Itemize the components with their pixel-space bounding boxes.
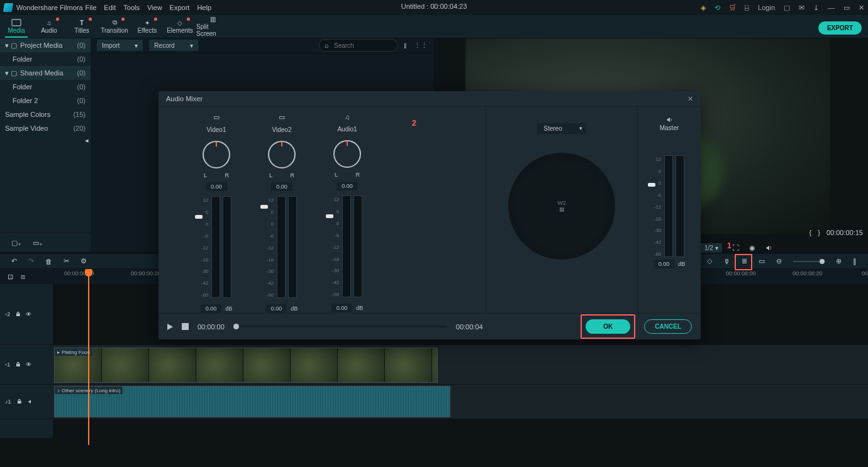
pan-knob[interactable]: [333, 140, 361, 168]
channel-video1: ▭ Video1 LR 0.00 1260-6-12-18-30-42-60 0…: [184, 113, 249, 313]
tab-transition[interactable]: ⧉Transition: [98, 15, 131, 38]
maximize-icon[interactable]: ▭: [843, 4, 850, 12]
fullscreen-icon[interactable]: ⛶: [732, 244, 739, 251]
menu-help[interactable]: Help: [197, 4, 211, 11]
app-logo: [3, 3, 13, 12]
video-icon: ▭: [279, 113, 285, 121]
lock-icon[interactable]: 🔒︎: [15, 361, 21, 368]
adjust-icon[interactable]: ⚙︎: [81, 257, 87, 265]
filter-icon[interactable]: ⫿: [404, 41, 408, 49]
playhead[interactable]: [88, 269, 89, 445]
zoom-in-icon[interactable]: ⊕: [836, 257, 842, 265]
zoom-out-icon[interactable]: ⊖: [776, 257, 782, 265]
dialog-footer: 00:00:00 00:00:04 OK CANCEL: [159, 313, 701, 339]
video-icon: ▭: [213, 113, 220, 121]
new-bin-icon[interactable]: ▭₊: [33, 239, 43, 247]
tab-effects[interactable]: ✦Effects: [131, 15, 164, 38]
mark-in-icon[interactable]: {: [810, 229, 812, 236]
svg-rect-0: [12, 19, 21, 26]
zoom-slider[interactable]: [793, 261, 825, 262]
tab-media[interactable]: Media: [0, 15, 33, 38]
menu-file[interactable]: File: [86, 4, 97, 11]
menu-export[interactable]: Export: [170, 4, 190, 11]
tab-elements[interactable]: ◇Elements: [164, 15, 196, 38]
sidebar-collapse[interactable]: ◂: [0, 135, 91, 145]
undo-icon[interactable]: ↶: [11, 257, 17, 265]
gift-icon[interactable]: ⌸: [745, 4, 749, 11]
mode-dropdown[interactable]: Stereo: [537, 123, 586, 134]
menu-tools[interactable]: Tools: [123, 4, 140, 11]
login-link[interactable]: Login: [758, 4, 775, 11]
zoom-select[interactable]: 1/2 ▾: [701, 243, 722, 253]
play-total-tc: 00:00:04: [456, 323, 483, 331]
pan-knob[interactable]: [203, 141, 230, 168]
gem-icon[interactable]: ◈: [701, 4, 706, 12]
sidebar-folder[interactable]: Folder(0): [0, 52, 91, 66]
record-vo-icon[interactable]: 🎙︎: [723, 258, 730, 265]
sidebar-sample-video[interactable]: Sample Video(20): [0, 121, 91, 135]
redo-icon[interactable]: ↷: [28, 257, 34, 265]
eye-icon[interactable]: 👁︎: [26, 311, 31, 317]
auto-ripple-icon[interactable]: ⊡: [8, 273, 13, 281]
sidebar-folder-2[interactable]: Folder 2(0): [0, 94, 91, 107]
cart-icon[interactable]: 🛒︎: [729, 4, 736, 11]
search-input[interactable]: [333, 41, 392, 50]
sidebar-project-media[interactable]: ▾ ▢ Project Media(0): [0, 38, 91, 52]
audio-mixer-icon[interactable]: ≣: [742, 257, 747, 265]
close-icon[interactable]: ✕: [859, 4, 864, 12]
dialog-title: Audio Mixer: [166, 95, 203, 102]
export-button[interactable]: EXPORT: [818, 21, 862, 35]
mute-icon[interactable]: 🔈︎: [27, 398, 33, 405]
preview-timecode: 00:00:00:15: [826, 229, 863, 236]
menu-edit[interactable]: Edit: [104, 4, 116, 11]
cancel-button[interactable]: CANCEL: [644, 319, 692, 334]
tab-titles[interactable]: TTitles: [65, 15, 98, 38]
save-icon[interactable]: ▢: [784, 4, 790, 12]
surround-field[interactable]: W2▦: [508, 153, 615, 260]
fader[interactable]: [196, 197, 203, 298]
tab-audio[interactable]: ♫Audio: [33, 15, 65, 38]
mail-icon[interactable]: ✉︎: [799, 4, 804, 12]
dialog-titlebar: Audio Mixer ✕: [159, 91, 701, 107]
fader[interactable]: [327, 197, 333, 297]
render-icon[interactable]: ▭: [759, 257, 765, 265]
master-fader[interactable]: [649, 157, 655, 257]
cut-icon[interactable]: ✂︎: [64, 257, 69, 265]
search-icon: ⌕: [325, 41, 329, 49]
pan-value[interactable]: 0.00: [206, 182, 227, 191]
eye-icon[interactable]: 👁︎: [26, 361, 31, 368]
sidebar-bottom: ▢₊ ▭₊: [0, 233, 91, 252]
record-dropdown[interactable]: Record▾: [149, 40, 198, 51]
minimize-icon[interactable]: —: [828, 4, 835, 11]
titlebar-right: ◈ ⟲ 🛒︎ ⌸ Login ▢ ✉︎ ⤓ — ▭ ✕: [701, 4, 864, 12]
delete-icon[interactable]: 🗑︎: [45, 258, 52, 265]
lock-icon[interactable]: 🔒︎: [15, 311, 21, 317]
fader[interactable]: [262, 197, 268, 298]
pan-knob[interactable]: [268, 141, 296, 168]
tab-split[interactable]: ▥Split Screen: [196, 15, 229, 38]
lock-icon[interactable]: 🔒︎: [16, 398, 22, 405]
video-clip[interactable]: ▸ Plating Food: [54, 348, 438, 383]
sidebar-sample-colors[interactable]: Sample Colors(15): [0, 107, 91, 121]
snap-icon[interactable]: ⧈: [21, 273, 25, 281]
import-dropdown[interactable]: Import▾: [97, 40, 143, 51]
sidebar-folder-1[interactable]: Folder(0): [0, 80, 91, 94]
stop-button[interactable]: [182, 323, 189, 330]
audio-clip[interactable]: ♪ Other scenery (Long intro): [54, 386, 450, 417]
dialog-close-icon[interactable]: ✕: [687, 95, 693, 103]
download-icon[interactable]: ⤓: [813, 4, 819, 12]
headset-icon[interactable]: ⟲: [715, 4, 720, 12]
sidebar-shared-media[interactable]: ▾ ▢ Shared Media(0): [0, 66, 91, 80]
marker-icon[interactable]: ◇: [707, 257, 712, 265]
new-folder-icon[interactable]: ▢₊: [11, 239, 21, 247]
zoom-fit-icon[interactable]: ‖: [853, 257, 857, 265]
grid-icon[interactable]: ⋮⋮: [414, 41, 428, 50]
menu-view[interactable]: View: [147, 4, 162, 11]
volume-icon[interactable]: 🔉︎: [765, 244, 772, 251]
mark-out-icon[interactable]: }: [818, 229, 820, 236]
play-scrubber[interactable]: [233, 326, 447, 327]
ok-button[interactable]: OK: [586, 319, 630, 334]
search-box[interactable]: ⌕: [319, 39, 398, 52]
snapshot-icon[interactable]: ◉: [749, 244, 755, 252]
play-button[interactable]: [167, 324, 173, 330]
